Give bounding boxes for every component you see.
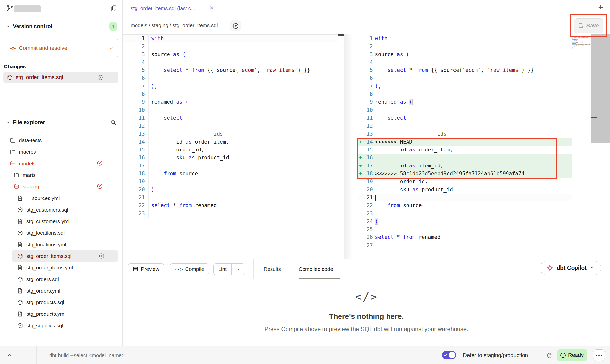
file-row-stg-products-sql[interactable]: stg_products.sql <box>0 297 122 308</box>
code-line[interactable]: 13 ---------- ids <box>123 130 338 138</box>
file-row-stg-orders-sql[interactable]: stg_orders.sql <box>0 273 122 285</box>
code-line[interactable]: 3source as ( <box>123 50 338 58</box>
file-row-models[interactable]: models <box>0 158 122 169</box>
code-line[interactable]: 10 <box>358 106 572 114</box>
code-line[interactable]: 8 <box>123 90 338 98</box>
code-line[interactable]: 22 from source <box>358 201 572 209</box>
code-line[interactable]: 25 <box>358 225 572 233</box>
status-badge[interactable]: Ready <box>557 349 587 361</box>
help-icon[interactable] <box>547 352 553 359</box>
search-icon[interactable] <box>110 119 117 126</box>
code-line[interactable]: 9renamed as ( <box>123 98 338 106</box>
file-row--sources-yml[interactable]: __sources.yml <box>0 192 122 204</box>
code-line[interactable]: 15 id as order_item, <box>358 146 572 154</box>
pane-divider[interactable] <box>344 34 358 259</box>
save-button[interactable]: Save <box>574 18 603 33</box>
code-line[interactable]: 16 sku as product_id <box>123 154 338 162</box>
file-row-stg-supplies-sql[interactable]: stg_supplies.sql <box>0 320 122 331</box>
code-line[interactable]: 7), <box>358 82 572 90</box>
tab-compiled-code[interactable]: Compiled code <box>299 259 333 279</box>
code-line[interactable]: 1with <box>123 34 338 42</box>
lineage-compass-icon[interactable] <box>230 20 241 31</box>
branch-name-placeholder[interactable] <box>14 5 41 12</box>
code-line[interactable]: 23 <box>123 210 338 217</box>
code-line[interactable]: 19 order_id, <box>358 178 572 185</box>
code-line[interactable]: 8 <box>358 90 572 98</box>
lint-dropdown-chevron-icon[interactable] <box>232 264 245 275</box>
code-line[interactable]: 12 <box>358 122 572 130</box>
changed-file-row[interactable]: stg_order_items.sql <box>3 72 118 83</box>
code-line[interactable]: 15 order_id, <box>123 146 338 154</box>
code-line[interactable]: 19 <box>123 178 338 185</box>
code-line[interactable]: 17 <box>123 162 338 170</box>
code-line[interactable]: 7), <box>123 82 338 90</box>
discard-change-icon[interactable] <box>97 183 103 189</box>
code-line[interactable]: 23 <box>358 210 572 217</box>
editor-pane-left[interactable]: 1with23source as (45 select * from {{ so… <box>123 34 338 217</box>
copy-docs-icon[interactable] <box>110 5 117 12</box>
file-explorer-chevron-icon[interactable] <box>5 120 10 125</box>
dbt-copilot-button[interactable]: dbt Copilot <box>540 261 601 275</box>
file-row-marts[interactable]: marts <box>0 169 122 181</box>
file-row-stg-orders-yml[interactable]: stg_orders.yml <box>0 285 122 297</box>
code-line[interactable]: +17 id as item_id, <box>358 162 572 170</box>
code-line[interactable]: 11 select <box>358 114 572 122</box>
lint-split-button[interactable]: Lint <box>213 263 245 275</box>
new-tab-plus-icon[interactable]: + <box>598 3 603 11</box>
file-row-stg-locations-yml[interactable]: stg_locations.yml <box>0 239 122 250</box>
file-row-stg-customers-sql[interactable]: stg_customers.sql <box>0 204 122 215</box>
code-line[interactable]: +18>>>>>>> 58c1dd23d5eebd9cd2495fa7124ab… <box>358 170 572 178</box>
code-line[interactable]: 21 <box>358 194 572 201</box>
code-line[interactable]: 6 <box>123 74 338 82</box>
discard-change-icon[interactable] <box>97 160 103 166</box>
preview-button[interactable]: Preview <box>128 263 164 275</box>
code-line[interactable]: 4 <box>358 58 572 66</box>
file-row-stg-order-items-yml[interactable]: stg_order_items.yml <box>0 262 122 273</box>
editor-scrollbar[interactable] <box>597 34 610 143</box>
code-line[interactable]: 4 <box>123 58 338 66</box>
code-line[interactable]: +14<<<<<<< HEAD <box>358 138 572 146</box>
minimap-scrollbar[interactable] <box>591 34 597 143</box>
tab-stg-order-items[interactable]: stg_order_items.sql (last c... ✕ <box>123 0 222 17</box>
discard-change-icon[interactable] <box>97 74 103 81</box>
version-control-chevron-icon[interactable] <box>5 24 10 29</box>
lint-button-label[interactable]: Lint <box>214 264 232 275</box>
code-line[interactable]: 11 select <box>123 114 338 122</box>
code-line[interactable]: 2 <box>123 42 338 50</box>
code-line[interactable]: 10 <box>123 106 338 114</box>
code-line[interactable]: 2 <box>358 42 572 50</box>
code-line[interactable]: 6 <box>358 74 572 82</box>
file-row-staging[interactable]: staging <box>0 181 122 192</box>
tab-results[interactable]: Results <box>264 259 281 279</box>
code-line[interactable]: +16======= <box>358 154 572 162</box>
file-row-stg-locations-sql[interactable]: stg_locations.sql <box>0 227 122 239</box>
file-row-macros[interactable]: macros <box>0 146 122 158</box>
left-pane-scrollbar[interactable] <box>338 34 344 259</box>
code-line[interactable]: 24) <box>358 217 572 225</box>
code-line[interactable]: 21 <box>123 194 338 201</box>
code-line[interactable]: 26select * from renamed <box>358 233 572 241</box>
code-line[interactable]: 20 sku as product_id <box>358 186 572 194</box>
discard-change-icon[interactable] <box>99 253 105 259</box>
code-line[interactable]: 22select * from renamed <box>123 201 338 209</box>
code-line[interactable]: 9renamed as ( <box>358 98 572 106</box>
code-line[interactable]: 3source as ( <box>358 50 572 58</box>
editor-pane-right[interactable]: 1with23source as (45 select * from {{ so… <box>358 34 572 249</box>
compile-button[interactable]: </> Compile <box>170 263 209 275</box>
commit-and-resolve-button[interactable]: Commit and resolve <box>4 39 118 57</box>
tab-close-icon[interactable]: ✕ <box>209 5 214 11</box>
file-row-stg-products-yml[interactable]: stg_products.yml <box>0 308 122 320</box>
commit-dropdown-chevron-icon[interactable] <box>109 46 114 51</box>
defer-toggle[interactable] <box>442 351 456 359</box>
code-line[interactable]: 20) <box>123 186 338 194</box>
expand-command-bar-chevron-icon[interactable] <box>6 352 12 358</box>
code-line[interactable]: 1with <box>358 34 572 42</box>
code-line[interactable]: 5 select * from {{ source('ecom', 'raw_i… <box>123 66 338 74</box>
file-row-stg-customers-yml[interactable]: stg_customers.yml <box>0 215 122 227</box>
code-line[interactable]: 13 ---------- ids <box>358 130 572 138</box>
file-row-stg-order-items-sql[interactable]: stg_order_items.sql <box>12 250 118 262</box>
code-line[interactable]: 18 from source <box>123 170 338 178</box>
code-line[interactable]: 14 id as order_item, <box>123 138 338 146</box>
code-line[interactable]: 5 select * from {{ source('ecom', 'raw_i… <box>358 66 572 74</box>
more-options-button[interactable] <box>593 349 605 361</box>
